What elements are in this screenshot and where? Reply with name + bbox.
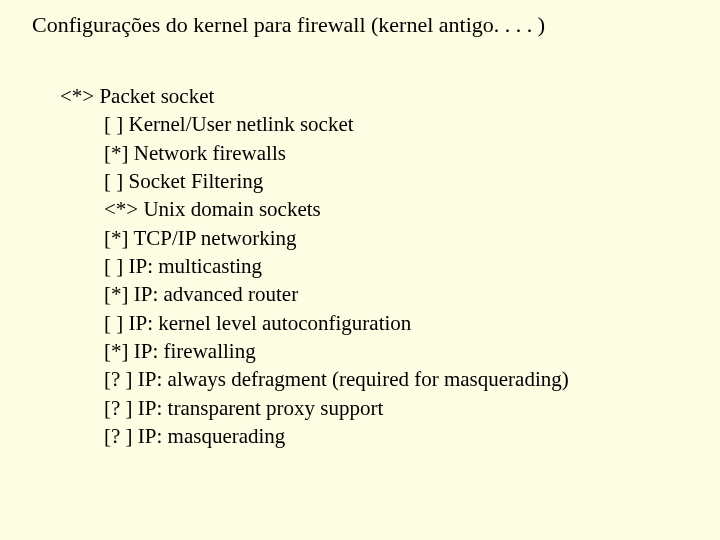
config-option: [? ] IP: masquerading (104, 422, 700, 450)
config-option: [*] Network firewalls (104, 139, 700, 167)
option-marker: [? ] (104, 367, 133, 391)
option-marker: [? ] (104, 396, 133, 420)
option-marker: [*] (104, 339, 129, 363)
option-label: IP: multicasting (129, 254, 263, 278)
config-option: [? ] IP: always defragment (required for… (104, 365, 700, 393)
option-label: IP: kernel level autoconfiguration (129, 311, 412, 335)
option-label: IP: always defragment (required for masq… (138, 367, 569, 391)
option-marker: [ ] (104, 169, 123, 193)
option-marker: <*> (104, 197, 138, 221)
option-marker: [*] (104, 282, 129, 306)
option-marker: [ ] (104, 311, 123, 335)
option-label: IP: masquerading (138, 424, 286, 448)
option-marker: [? ] (104, 424, 133, 448)
config-option: [ ] IP: kernel level autoconfiguration (104, 309, 700, 337)
option-marker: <*> (60, 84, 94, 108)
option-label: TCP/IP networking (133, 226, 296, 250)
option-label: Kernel/User netlink socket (129, 112, 354, 136)
config-option: [ ] IP: multicasting (104, 252, 700, 280)
option-marker: [ ] (104, 112, 123, 136)
option-label: IP: advanced router (134, 282, 298, 306)
option-label: Socket Filtering (129, 169, 264, 193)
slide: Configurações do kernel para firewall (k… (0, 0, 720, 470)
slide-title: Configurações do kernel para firewall (k… (32, 12, 700, 38)
option-label: Packet socket (99, 84, 214, 108)
option-marker: [ ] (104, 254, 123, 278)
option-label: Unix domain sockets (143, 197, 320, 221)
option-marker: [*] (104, 141, 129, 165)
option-label: Network firewalls (134, 141, 286, 165)
config-option: [? ] IP: transparent proxy support (104, 394, 700, 422)
config-option: <*> Packet socket (60, 82, 700, 110)
config-option: <*> Unix domain sockets (104, 195, 700, 223)
config-option: [ ] Kernel/User netlink socket (104, 110, 700, 138)
option-label: IP: firewalling (134, 339, 256, 363)
config-option: [*] IP: advanced router (104, 280, 700, 308)
kernel-config-list: <*> Packet socket[ ] Kernel/User netlink… (60, 82, 700, 450)
config-option: [*] IP: firewalling (104, 337, 700, 365)
config-option: [*] TCP/IP networking (104, 224, 700, 252)
option-label: IP: transparent proxy support (138, 396, 384, 420)
option-marker: [*] (104, 226, 129, 250)
config-option: [ ] Socket Filtering (104, 167, 700, 195)
